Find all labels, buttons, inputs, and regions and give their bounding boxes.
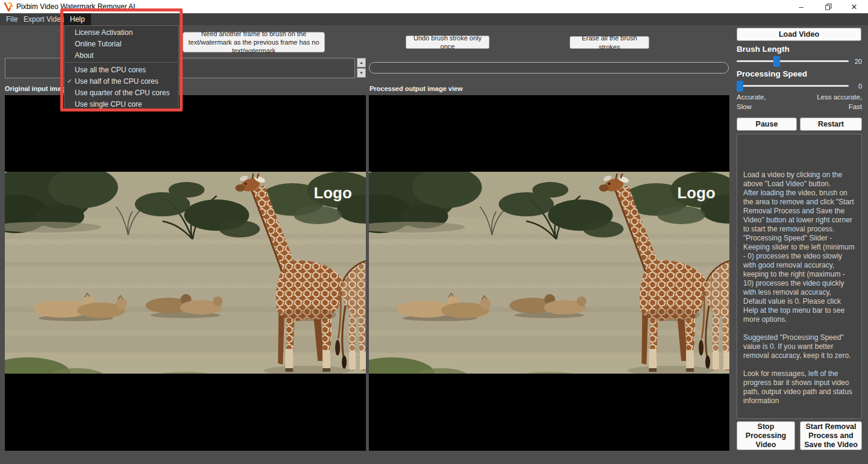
menu-separator (65, 62, 178, 63)
menu-item-use-single-cpu[interactable]: Use single CPU core (64, 98, 178, 110)
info-paragraph: "Processing Speed" Slider - Keeping slid… (743, 234, 855, 324)
restore-icon (825, 4, 832, 10)
menu-item-use-quarter-cpu[interactable]: Use quarter of the CPU cores (64, 87, 178, 98)
stop-processing-button[interactable]: Stop Processing Video (737, 421, 795, 450)
brush-length-label: Brush Length (737, 45, 790, 54)
processed-output-image-view[interactable] (369, 95, 729, 451)
title-bar: Pixbim Video Watermark Remover AI – ✕ (0, 0, 868, 13)
info-paragraph: After loading the video, brush on the ar… (743, 189, 855, 234)
pause-button[interactable]: Pause (737, 118, 797, 131)
window-title: Pixbim Video Watermark Remover AI (16, 2, 135, 11)
spin-down-icon: ▼ (360, 71, 363, 75)
menu-item-label: Use single CPU core (75, 100, 142, 108)
spin-up-button[interactable]: ▲ (357, 58, 366, 67)
undo-brush-button[interactable]: Undo brush stroke only once (406, 36, 489, 49)
start-removal-button[interactable]: Start Removal Process and Save the Video (800, 421, 862, 450)
brush-length-value: 20 (844, 58, 862, 65)
menu-item-license-activation[interactable]: License Activation (64, 27, 178, 38)
restore-button[interactable] (818, 0, 838, 13)
brush-length-slider[interactable] (737, 60, 849, 62)
menu-item-use-all-cpu[interactable]: Use all the CPU cores (64, 64, 178, 75)
app-logo-icon (4, 2, 13, 11)
spin-down-button[interactable]: ▼ (357, 68, 366, 78)
spin-up-icon: ▲ (360, 61, 363, 64)
minimize-icon: – (799, 2, 803, 11)
load-video-button[interactable]: Load Video (737, 28, 861, 41)
hint-less-accurate-fast: Less accurate, Fast (790, 93, 862, 111)
instructions-box: Load a video by clicking on the above "L… (737, 134, 862, 419)
restart-button[interactable]: Restart (800, 118, 862, 131)
minimize-button[interactable]: – (791, 0, 811, 13)
info-paragraph: Look for messages, left of the progress … (743, 369, 855, 406)
menu-bar: File Export Video Help (0, 13, 868, 25)
menu-item-about[interactable]: About (64, 49, 178, 61)
erase-brush-button[interactable]: Erase all the brush strokes (570, 36, 649, 49)
menu-item-label: About (75, 51, 93, 60)
menu-export-video[interactable]: Export Video (17, 13, 71, 25)
input-video-frame[interactable] (5, 172, 366, 374)
info-paragraph: Load a video by clicking on the above "L… (743, 171, 855, 189)
original-input-image-view[interactable] (5, 95, 366, 451)
menu-item-label: Use quarter of the CPU cores (75, 89, 169, 97)
processing-speed-value: 0 (844, 83, 862, 90)
menu-item-label: Use all the CPU cores (75, 66, 146, 74)
info-paragraph: Suggested "Processing Speed" value is 0.… (743, 333, 855, 360)
menu-item-use-half-cpu[interactable]: ✓Use half of the CPU cores (64, 75, 178, 87)
progress-bar (369, 62, 729, 74)
need-frame-button[interactable]: Need another frame to brush on the text/… (183, 32, 325, 52)
processing-speed-label: Processing Speed (737, 69, 807, 78)
menu-item-label: Online Tutorial (75, 40, 121, 48)
menu-item-label: License Activation (75, 28, 133, 37)
output-video-frame[interactable] (369, 172, 729, 374)
checkmark-icon: ✓ (64, 78, 75, 84)
input-frame-image (5, 172, 366, 374)
output-frame-image (369, 172, 729, 374)
processing-speed-slider[interactable] (737, 85, 849, 87)
menu-item-online-tutorial[interactable]: Online Tutorial (64, 38, 178, 49)
processing-speed-slider-handle[interactable] (737, 81, 743, 92)
menu-help[interactable]: Help (64, 13, 91, 25)
close-button[interactable]: ✕ (844, 0, 864, 13)
right-panel-label: Processed output image view (370, 85, 463, 92)
status-message-box (5, 58, 355, 78)
close-icon: ✕ (851, 2, 858, 11)
help-menu-popup: License Activation Online Tutorial About… (64, 25, 179, 111)
hint-accurate-slow: Accurate, Slow (737, 93, 766, 111)
menu-item-label: Use half of the CPU cores (75, 77, 159, 86)
brush-length-slider-handle[interactable] (773, 56, 780, 67)
